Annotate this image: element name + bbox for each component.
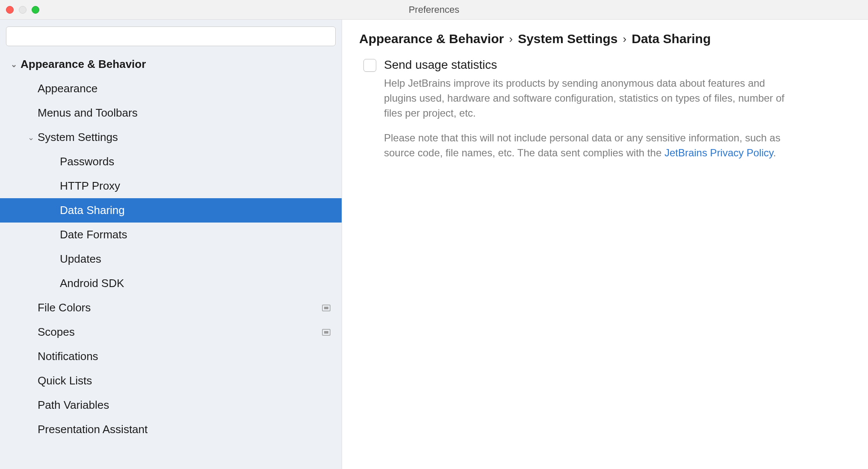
chevron-right-icon: › bbox=[509, 32, 513, 46]
send-usage-statistics-label: Send usage statistics bbox=[384, 58, 794, 72]
tree-item-label: HTTP Proxy bbox=[60, 179, 331, 193]
tree-item-android-sdk[interactable]: Android SDK bbox=[0, 271, 342, 296]
project-level-icon bbox=[322, 329, 331, 336]
privacy-policy-link[interactable]: JetBrains Privacy Policy bbox=[664, 147, 773, 158]
tree-item-label: Updates bbox=[60, 252, 331, 266]
tree-item-label: Passwords bbox=[60, 155, 331, 168]
tree-item-menus-and-toolbars[interactable]: Menus and Toolbars bbox=[0, 101, 342, 125]
description-paragraph: Please note that this will not include p… bbox=[384, 131, 794, 161]
tree-item-label: Presentation Assistant bbox=[38, 423, 331, 436]
breadcrumb: Appearance & Behavior › System Settings … bbox=[359, 32, 851, 46]
tree-item-label: Appearance bbox=[38, 82, 331, 95]
svg-rect-5 bbox=[324, 331, 328, 334]
tree-item-path-variables[interactable]: Path Variables bbox=[0, 393, 342, 417]
description-text: . bbox=[773, 147, 776, 158]
project-level-icon bbox=[322, 305, 331, 311]
search-input[interactable] bbox=[6, 26, 336, 46]
tree-item-date-formats[interactable]: Date Formats bbox=[0, 223, 342, 247]
tree-item-quick-lists[interactable]: Quick Lists bbox=[0, 369, 342, 393]
tree-item-label: Notifications bbox=[38, 350, 331, 363]
send-usage-statistics-checkbox[interactable] bbox=[363, 59, 376, 72]
tree-item-label: File Colors bbox=[38, 301, 322, 314]
tree-item-appearance-and-behavior[interactable]: ⌄ Appearance & Behavior bbox=[0, 52, 342, 76]
breadcrumb-segment: Data Sharing bbox=[632, 32, 711, 46]
zoom-window-button[interactable] bbox=[32, 6, 39, 14]
tree-item-http-proxy[interactable]: HTTP Proxy bbox=[0, 174, 342, 198]
preferences-sidebar: ▾ ⌄ Appearance & Behavior Appearance Men… bbox=[0, 20, 342, 469]
tree-item-label: System Settings bbox=[38, 131, 331, 144]
tree-item-presentation-assistant[interactable]: Presentation Assistant bbox=[0, 417, 342, 442]
breadcrumb-segment: Appearance & Behavior bbox=[359, 32, 504, 46]
svg-rect-3 bbox=[324, 307, 328, 309]
minimize-window-button[interactable] bbox=[19, 6, 27, 14]
tree-item-label: Path Variables bbox=[38, 399, 331, 412]
window-titlebar: Preferences bbox=[0, 0, 868, 20]
chevron-down-icon: ⌄ bbox=[9, 60, 18, 69]
breadcrumb-segment: System Settings bbox=[518, 32, 617, 46]
tree-item-system-settings[interactable]: ⌄ System Settings bbox=[0, 125, 342, 149]
tree-item-updates[interactable]: Updates bbox=[0, 247, 342, 271]
chevron-right-icon: › bbox=[623, 32, 627, 46]
chevron-down-icon: ⌄ bbox=[27, 133, 35, 142]
window-controls bbox=[0, 6, 39, 14]
tree-item-label: Quick Lists bbox=[38, 374, 331, 387]
tree-item-label: Android SDK bbox=[60, 277, 331, 290]
tree-item-data-sharing[interactable]: Data Sharing bbox=[0, 198, 342, 223]
description-paragraph: Help JetBrains improve its products by s… bbox=[384, 76, 794, 120]
tree-item-notifications[interactable]: Notifications bbox=[0, 344, 342, 369]
tree-item-label: Data Sharing bbox=[60, 204, 331, 217]
tree-item-label: Date Formats bbox=[60, 228, 331, 241]
tree-item-scopes[interactable]: Scopes bbox=[0, 320, 342, 344]
tree-item-label: Menus and Toolbars bbox=[38, 106, 331, 120]
tree-item-label: Appearance & Behavior bbox=[21, 58, 331, 71]
settings-tree: ⌄ Appearance & Behavior Appearance Menus… bbox=[0, 52, 342, 442]
send-usage-statistics-description: Help JetBrains improve its products by s… bbox=[384, 76, 794, 161]
close-window-button[interactable] bbox=[6, 6, 14, 14]
tree-item-appearance[interactable]: Appearance bbox=[0, 76, 342, 101]
tree-item-passwords[interactable]: Passwords bbox=[0, 149, 342, 174]
window-title: Preferences bbox=[409, 4, 460, 15]
preferences-content: Appearance & Behavior › System Settings … bbox=[342, 20, 868, 469]
tree-item-label: Scopes bbox=[38, 325, 322, 339]
tree-item-file-colors[interactable]: File Colors bbox=[0, 296, 342, 320]
